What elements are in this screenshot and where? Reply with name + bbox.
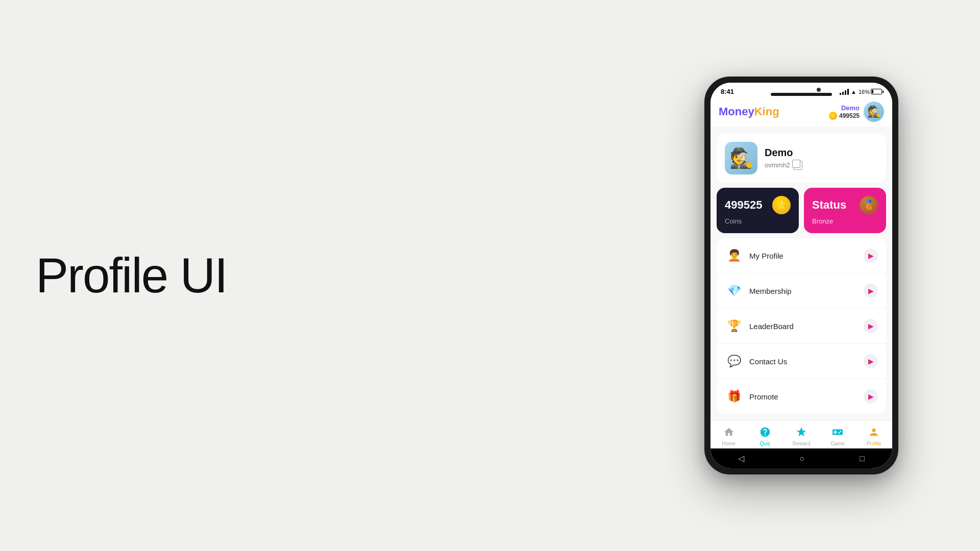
menu-item-contact-us[interactable]: 💬 Contact Us ▶: [717, 344, 886, 379]
nav-home[interactable]: Home: [716, 425, 742, 446]
menu-item-leaderboard[interactable]: 🏆 LeaderBoard ▶: [717, 309, 886, 344]
promote-label: Promote: [749, 392, 778, 401]
profile-nav-label: Profile: [867, 441, 881, 446]
header-user-info: Demo ⭐ 499525: [829, 104, 860, 120]
profile-name: Demo: [765, 147, 802, 159]
menu-item-membership[interactable]: 💎 Membership ▶: [717, 273, 886, 309]
membership-label: Membership: [749, 287, 792, 295]
reward-icon: [794, 425, 808, 439]
coin-icon: ⭐: [829, 112, 837, 120]
nav-quiz[interactable]: Quiz: [752, 425, 778, 446]
home-icon: [722, 425, 736, 439]
profile-card: 🕵️ Demo ovmmh2: [717, 134, 886, 183]
status-card: Status 🥉 Bronze: [804, 188, 886, 233]
contact-us-icon: 💬: [725, 352, 743, 370]
home-label: Home: [722, 441, 736, 446]
my-profile-icon: 🧑‍🦱: [725, 246, 743, 265]
coins-label: Coins: [725, 217, 791, 225]
android-home[interactable]: ○: [799, 454, 804, 463]
contact-us-arrow: ▶: [864, 354, 878, 368]
bronze-medal-icon: 🥉: [860, 196, 878, 214]
reward-label: Reward: [793, 441, 810, 446]
my-profile-arrow: ▶: [864, 248, 878, 263]
coins-card: 499525 ⭐ Coins: [717, 188, 799, 233]
profile-id: ovmmh2: [765, 161, 790, 169]
status-time: 8:41: [721, 88, 734, 95]
copy-icon[interactable]: [793, 161, 802, 170]
signal-bars: [840, 89, 849, 95]
quiz-label: Quiz: [760, 441, 771, 446]
phone-screen: 8:41 ▲ 16%: [710, 83, 892, 468]
promote-icon: 🎁: [725, 387, 743, 406]
wifi-icon: ▲: [851, 89, 856, 95]
app-content: 🕵️ Demo ovmmh2 499525 ⭐: [710, 128, 892, 420]
nav-profile[interactable]: Profile: [861, 425, 887, 446]
contact-us-label: Contact Us: [749, 357, 787, 366]
nav-reward[interactable]: Reward: [789, 425, 814, 446]
my-profile-label: My Profile: [749, 252, 783, 260]
android-nav: ◁ ○ □: [710, 448, 892, 468]
app-logo: MoneyKing: [719, 105, 779, 118]
phone-camera: [817, 88, 821, 92]
phone-notch: [771, 93, 832, 96]
header-coin-value: 499525: [839, 112, 860, 119]
logo-money: Money: [719, 105, 754, 118]
header-right: Demo ⭐ 499525 🕵️: [829, 102, 884, 122]
page-title: Profile UI: [36, 248, 227, 303]
profile-nav-icon: [867, 425, 881, 439]
header-coins: ⭐ 499525: [829, 112, 860, 120]
leaderboard-arrow: ▶: [864, 319, 878, 333]
profile-info: Demo ovmmh2: [765, 147, 802, 170]
battery-icon: [871, 89, 882, 94]
status-icons: ▲ 16%: [840, 89, 882, 95]
bottom-nav: Home Quiz Reward: [710, 420, 892, 448]
stats-row: 499525 ⭐ Coins Status 🥉 Bronze: [717, 188, 886, 233]
android-recents[interactable]: □: [860, 454, 865, 463]
leaderboard-label: LeaderBoard: [749, 322, 794, 331]
app-header: MoneyKing Demo ⭐ 499525 🕵️: [710, 97, 892, 128]
profile-avatar: 🕵️: [725, 142, 757, 174]
coins-value: 499525: [725, 198, 762, 212]
promote-arrow: ▶: [864, 389, 878, 404]
membership-arrow: ▶: [864, 284, 878, 298]
menu-section: 🧑‍🦱 My Profile ▶ 💎 Membership ▶: [717, 238, 886, 414]
battery: 16%: [859, 89, 882, 95]
phone-device: 8:41 ▲ 16%: [704, 77, 898, 474]
game-label: Game: [831, 441, 845, 446]
star-coin-icon: ⭐: [772, 196, 791, 214]
status-value: Bronze: [812, 217, 878, 225]
quiz-icon: [758, 425, 772, 439]
game-icon: [830, 425, 845, 439]
membership-icon: 💎: [725, 282, 743, 300]
battery-percent: 16%: [859, 89, 870, 95]
leaderboard-icon: 🏆: [725, 317, 743, 335]
menu-item-my-profile[interactable]: 🧑‍🦱 My Profile ▶: [717, 238, 886, 273]
nav-game[interactable]: Game: [825, 425, 850, 446]
status-title: Status: [812, 198, 846, 212]
android-back[interactable]: ◁: [738, 454, 744, 463]
header-avatar[interactable]: 🕵️: [864, 102, 884, 122]
header-username: Demo: [829, 104, 860, 112]
logo-king: King: [754, 105, 779, 118]
menu-item-promote[interactable]: 🎁 Promote ▶: [717, 379, 886, 414]
profile-id-row: ovmmh2: [765, 161, 802, 170]
phone-outer: 8:41 ▲ 16%: [704, 77, 898, 474]
